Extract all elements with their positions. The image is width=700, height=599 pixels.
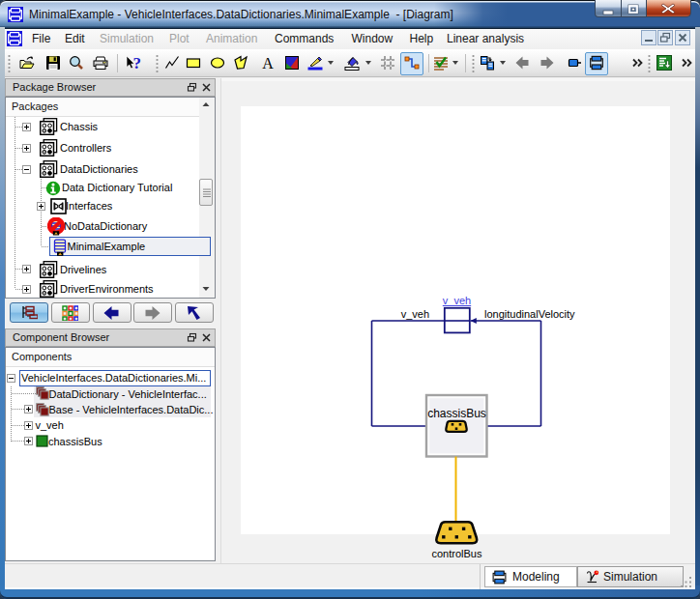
svg-text:?: ? (133, 55, 142, 71)
svg-text:A: A (262, 55, 274, 71)
